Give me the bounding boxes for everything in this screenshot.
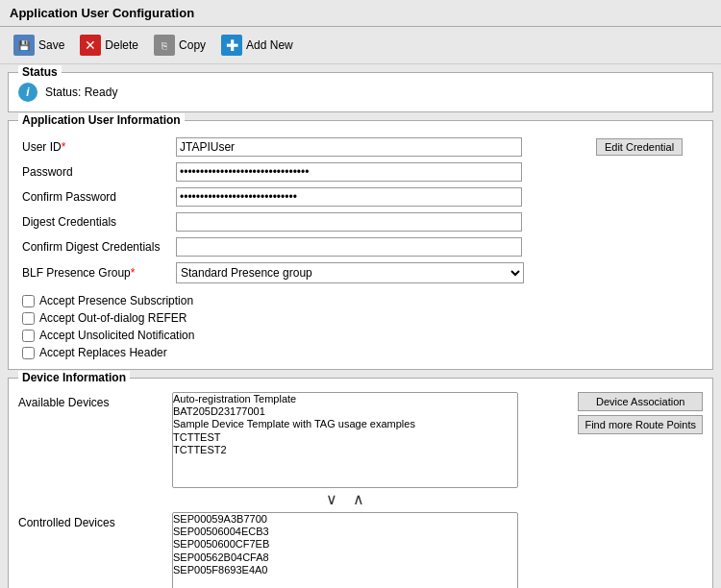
move-up-button[interactable]: ∧ <box>353 490 364 508</box>
blf-required: * <box>131 266 136 280</box>
accept-replaces-row: Accept Replaces Header <box>18 344 703 361</box>
info-icon: i <box>18 83 37 102</box>
password-input[interactable] <box>176 162 522 182</box>
status-section: Status i Status: Ready <box>8 72 713 112</box>
app-user-section-title: Application User Information <box>18 113 185 127</box>
device-section: Device Information Available Devices Aut… <box>8 378 713 588</box>
confirm-password-label: Confirm Password <box>22 190 116 204</box>
save-icon: 💾 <box>13 35 35 56</box>
accept-unsolicited-row: Accept Unsolicited Notification <box>18 327 703 344</box>
device-section-title: Device Information <box>18 371 130 384</box>
confirm-password-input[interactable] <box>176 187 522 207</box>
accept-presence-row: Accept Presence Subscription <box>18 292 703 309</box>
move-buttons-row: ∨ ∧ <box>172 490 518 508</box>
copy-icon: ⎘ <box>154 35 175 56</box>
delete-label: Delete <box>105 38 138 52</box>
accept-unsolicited-checkbox[interactable] <box>22 330 35 342</box>
add-new-button[interactable]: ✚ Add New <box>217 33 297 58</box>
accept-refer-checkbox[interactable] <box>22 312 35 325</box>
controlled-devices-list[interactable]: SEP00059A3B7700 SEP00506004ECB3 SEP00506… <box>172 512 518 588</box>
copy-label: Copy <box>179 38 206 52</box>
status-section-title: Status <box>18 65 62 79</box>
controlled-devices-label: Controlled Devices <box>18 512 115 529</box>
move-down-button[interactable]: ∨ <box>326 490 337 508</box>
delete-icon: ✕ <box>80 35 101 56</box>
available-devices-list[interactable]: Auto-registration Template BAT205D231770… <box>172 392 518 488</box>
copy-button[interactable]: ⎘ Copy <box>150 33 210 58</box>
status-text: Status: Ready <box>45 86 117 99</box>
add-new-label: Add New <box>246 38 293 52</box>
accept-replaces-label: Accept Replaces Header <box>39 346 167 359</box>
user-id-label: User ID <box>22 140 62 154</box>
app-user-section: Application User Information User ID* Ed… <box>8 120 713 370</box>
user-id-input[interactable] <box>176 137 522 157</box>
find-more-route-points-button[interactable]: Find more Route Points <box>578 415 703 434</box>
accept-refer-label: Accept Out-of-dialog REFER <box>39 311 186 325</box>
save-label: Save <box>38 38 64 52</box>
available-devices-label: Available Devices <box>18 392 110 409</box>
accept-presence-label: Accept Presence Subscription <box>39 294 193 307</box>
confirm-digest-input[interactable] <box>176 237 522 257</box>
user-id-required: * <box>62 140 66 154</box>
toolbar: 💾 Save ✕ Delete ⎘ Copy ✚ Add New <box>0 27 721 64</box>
accept-refer-row: Accept Out-of-dialog REFER <box>18 309 703 327</box>
blf-presence-label: BLF Presence Group <box>22 266 131 280</box>
accept-replaces-checkbox[interactable] <box>22 347 35 359</box>
digest-credentials-input[interactable] <box>176 212 522 232</box>
add-icon: ✚ <box>221 35 242 56</box>
password-label: Password <box>22 165 73 179</box>
save-button[interactable]: 💾 Save <box>10 33 68 58</box>
confirm-digest-label: Confirm Digest Credentials <box>22 240 160 254</box>
device-association-button[interactable]: Device Association <box>578 392 703 411</box>
accept-presence-checkbox[interactable] <box>22 295 35 307</box>
blf-presence-select[interactable]: Standard Presence group <box>176 262 524 283</box>
accept-unsolicited-label: Accept Unsolicited Notification <box>39 329 194 342</box>
delete-button[interactable]: ✕ Delete <box>76 33 142 58</box>
page-title: Application User Configuration <box>10 6 194 20</box>
digest-credentials-label: Digest Credentials <box>22 215 116 229</box>
edit-credential-button[interactable]: Edit Credential <box>596 138 683 156</box>
page-header: Application User Configuration <box>0 0 721 27</box>
